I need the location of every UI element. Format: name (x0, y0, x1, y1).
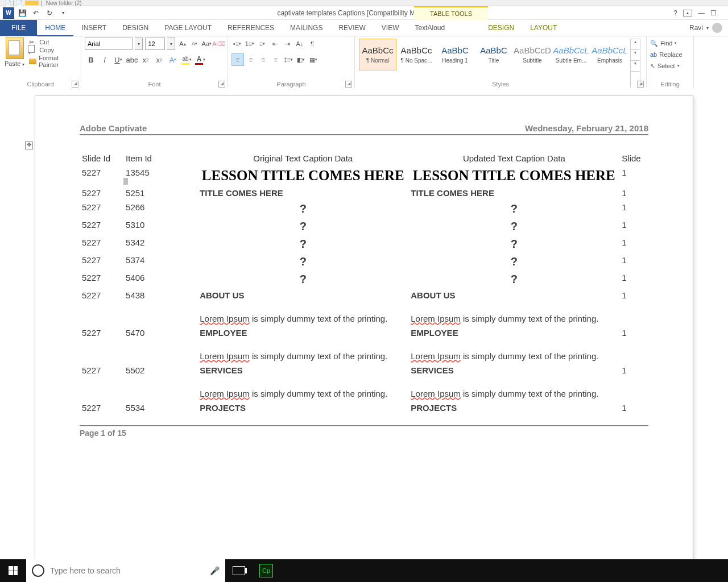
page-footer: Page 1 of 15 (80, 425, 648, 438)
font-name-input[interactable]: Arial (85, 38, 133, 50)
tab-references[interactable]: REFERENCES (220, 20, 282, 36)
caption-table[interactable]: Slide Id Item Id Original Text Caption D… (80, 151, 648, 415)
style-nospac[interactable]: AaBbCc¶ No Spac... (398, 39, 435, 70)
superscript-button[interactable]: x2 (153, 54, 166, 65)
table-row[interactable]: 52275502SERVICESSERVICES1 (80, 363, 648, 377)
decrease-indent-button[interactable]: ⇤ (269, 38, 280, 49)
mic-icon[interactable]: 🎤 (210, 566, 220, 575)
borders-button[interactable]: ▦▾ (308, 54, 319, 65)
redo-icon[interactable]: ↻ (43, 7, 56, 19)
tab-tool-design[interactable]: DESIGN (480, 20, 522, 36)
tab-tool-layout[interactable]: LAYOUT (522, 20, 565, 36)
maximize-icon[interactable]: ☐ (710, 9, 717, 17)
table-row[interactable]: 522713545LESSON TITLE COMES HERELESSON T… (80, 165, 648, 186)
show-marks-button[interactable]: ¶ (307, 38, 318, 49)
highlight-button[interactable]: ab▾ (180, 54, 193, 65)
table-row[interactable]: 52275534PROJECTSPROJECTS1 (80, 401, 648, 415)
subscript-button[interactable]: x2 (139, 54, 152, 65)
italic-button[interactable]: I (98, 54, 111, 65)
font-size-dropdown-icon[interactable]: ▾ (167, 38, 175, 50)
user-avatar-icon[interactable] (712, 23, 722, 33)
table-row[interactable]: Lorem Ipsum is simply dummy text of the … (80, 340, 648, 363)
bold-button[interactable]: B (85, 54, 97, 65)
paste-button[interactable]: Paste ▾ (3, 38, 26, 68)
paragraph-dialog-launcher[interactable]: ◢ (345, 81, 352, 88)
minimize-icon[interactable]: — (698, 9, 705, 17)
task-view-button[interactable] (225, 559, 253, 582)
style-subtleem[interactable]: AaBbCcLSubtle Em... (552, 39, 590, 70)
table-row[interactable]: 52275470EMPLOYEEEMPLOYEE1 (80, 326, 648, 340)
bullets-button[interactable]: •≡▾ (231, 38, 243, 49)
undo-icon[interactable]: ↶ (30, 7, 42, 19)
tab-page-layout[interactable]: PAGE LAYOUT (156, 20, 220, 36)
find-button[interactable]: 🔍Find▾ (650, 38, 690, 49)
table-header-row: Slide Id Item Id Original Text Caption D… (80, 151, 648, 165)
styles-dialog-launcher[interactable]: ◢ (637, 81, 644, 88)
sort-button[interactable]: A↓ (294, 38, 305, 49)
align-left-button[interactable]: ≡ (231, 53, 244, 66)
multilevel-list-button[interactable]: ≡▾ (257, 38, 268, 49)
tab-insert[interactable]: INSERT (73, 20, 114, 36)
table-row[interactable]: 52275406??1 (80, 271, 648, 288)
col-updated: Updated Text Caption Data (408, 151, 619, 165)
tab-textaloud[interactable]: TextAloud (407, 20, 453, 36)
document-area[interactable]: ✥ Adobe Captivate Wednesday, February 21… (0, 88, 728, 559)
style-subtitle[interactable]: AaBbCcDSubtitle (514, 39, 551, 70)
table-row[interactable]: Lorem Ipsum is simply dummy text of the … (80, 377, 648, 401)
replace-button[interactable]: abReplace (650, 49, 690, 60)
style-title[interactable]: AaBbCTitle (475, 39, 512, 70)
table-row[interactable]: 52275374??1 (80, 253, 648, 271)
table-row[interactable]: 52275310??1 (80, 218, 648, 235)
word-app-icon[interactable]: W (2, 7, 15, 19)
select-icon: ↖ (650, 63, 655, 70)
user-name[interactable]: Ravi (689, 24, 703, 32)
copy-button[interactable]: Copy (29, 47, 77, 53)
grow-font-button[interactable]: A▴ (177, 38, 187, 49)
table-row[interactable]: 52275266??1 (80, 200, 648, 218)
justify-button[interactable]: ≡ (270, 54, 282, 65)
table-row[interactable]: 52275342??1 (80, 235, 648, 253)
clear-formatting-button[interactable]: A⌫ (214, 38, 224, 49)
table-row[interactable]: Lorem Ipsum is simply dummy text of the … (80, 302, 648, 326)
underline-button[interactable]: U▾ (112, 54, 125, 65)
taskbar-captivate[interactable]: Cp (253, 559, 280, 582)
font-name-dropdown-icon[interactable]: ▾ (135, 38, 143, 50)
ribbon-display-icon[interactable]: ▴ (683, 10, 692, 16)
shading-button[interactable]: ◧▾ (295, 54, 307, 65)
tab-file[interactable]: FILE (0, 20, 37, 36)
numbering-button[interactable]: 1≡▾ (244, 38, 255, 49)
table-move-handle-icon[interactable]: ✥ (25, 142, 33, 149)
save-icon[interactable]: 💾 (16, 7, 28, 19)
qat-customize-icon[interactable]: ▾ (57, 7, 69, 19)
table-row[interactable]: 52275251TITLE COMES HERETITLE COMES HERE… (80, 186, 648, 200)
select-button[interactable]: ↖Select▾ (650, 60, 690, 72)
text-effects-button[interactable]: A▾ (167, 54, 179, 65)
strikethrough-button[interactable]: abc (126, 54, 138, 65)
line-spacing-button[interactable]: ‡≡▾ (283, 54, 294, 65)
start-button[interactable] (0, 559, 26, 582)
tab-view[interactable]: VIEW (374, 20, 407, 36)
font-size-input[interactable]: 12 (145, 38, 165, 50)
style-normal[interactable]: AaBbCc¶ Normal (359, 39, 396, 70)
style-emphasis[interactable]: AaBbCcLEmphasis (591, 39, 628, 70)
align-right-button[interactable]: ≡ (258, 54, 269, 65)
change-case-button[interactable]: Aa▾ (202, 38, 212, 49)
style-heading[interactable]: AaBbCHeading 1 (436, 39, 474, 70)
tab-mailings[interactable]: MAILINGS (282, 20, 330, 36)
document-page[interactable]: ✥ Adobe Captivate Wednesday, February 21… (35, 95, 693, 559)
align-center-button[interactable]: ≡ (245, 54, 257, 65)
taskbar-search[interactable]: Type here to search 🎤 (26, 559, 225, 582)
col-original: Original Text Caption Data (197, 151, 408, 165)
table-row[interactable]: 52275438ABOUT USABOUT US1 (80, 288, 648, 302)
tab-design[interactable]: DESIGN (114, 20, 156, 36)
cut-button[interactable]: ✂Cut (29, 39, 77, 45)
shrink-font-button[interactable]: A▾ (189, 38, 199, 49)
font-dialog-launcher[interactable]: ◢ (218, 81, 225, 88)
tab-home[interactable]: HOME (37, 20, 73, 36)
increase-indent-button[interactable]: ⇥ (282, 38, 293, 49)
clipboard-dialog-launcher[interactable]: ◢ (72, 81, 78, 88)
help-icon[interactable]: ? (673, 9, 677, 17)
tab-review[interactable]: REVIEW (330, 20, 373, 36)
font-color-button[interactable]: A▾ (194, 54, 206, 65)
format-painter-button[interactable]: Format Painter (29, 55, 77, 68)
